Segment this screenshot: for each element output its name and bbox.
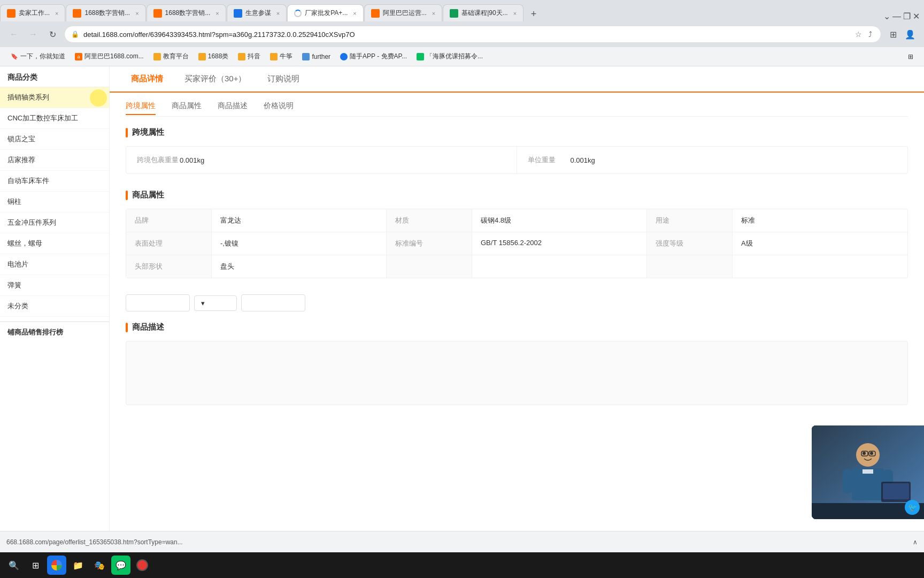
status-bar: 668.1688.com/page/offerlist_165365038.ht… xyxy=(0,531,924,552)
minimize-button[interactable]: — xyxy=(892,12,901,21)
sidebar-item-6[interactable]: 五金冲压件系列 xyxy=(0,212,109,233)
browser-tab-6[interactable]: 阿里巴巴运营... × xyxy=(364,4,442,21)
browser-tab-2[interactable]: 1688数字营销... × xyxy=(66,4,145,21)
svg-rect-5 xyxy=(843,469,852,493)
sidebar-item-0[interactable]: 插销轴类系列 xyxy=(0,87,109,108)
sub-tab-crossborder[interactable]: 跨境属性 xyxy=(126,101,156,115)
bookmark-label-8: 「海豚优课招募令... xyxy=(426,52,483,61)
sub-tab-price-info[interactable]: 价格说明 xyxy=(264,101,294,115)
sidebar-item-4[interactable]: 自动车床车件 xyxy=(0,171,109,192)
product-desc-title: 商品描述 xyxy=(126,322,908,332)
product-attrs-box: 品牌 富龙达 材质 碳钢4.8级 用途 标准 表面处理 -,镀镍 标准编号 xyxy=(126,209,908,278)
tab-close-5[interactable]: × xyxy=(353,10,356,17)
attr-value-02: 标准 xyxy=(733,209,907,232)
attr-value-10: -,镀镍 xyxy=(212,232,387,255)
tab-label-7: 基础课程|90天... xyxy=(461,9,507,18)
taskbar-files-icon[interactable]: 📁 xyxy=(68,556,88,575)
taskbar-wechat-icon[interactable]: 💬 xyxy=(111,556,130,575)
chevron-up-icon[interactable]: ∧ xyxy=(913,538,918,546)
sidebar-item-3[interactable]: 店家推荐 xyxy=(0,150,109,171)
dropdown-icon: ▾ xyxy=(201,299,205,307)
bookmark-1[interactable]: a 阿里巴巴1688.com... xyxy=(71,50,148,63)
tab-favicon-2 xyxy=(73,9,81,18)
product-attrs-title: 商品属性 xyxy=(126,190,908,200)
forward-button[interactable]: → xyxy=(26,27,41,42)
tab-close-7[interactable]: × xyxy=(513,10,517,17)
bookmark-0[interactable]: 🔖 一下，你就知道 xyxy=(6,50,70,63)
attr-label-20: 头部形状 xyxy=(126,255,212,278)
sub-tab-product-attrs[interactable]: 商品属性 xyxy=(172,101,202,115)
browser-actions: ⊞ 👤 xyxy=(886,27,918,42)
share-button[interactable]: ⤴ xyxy=(866,29,874,40)
tab-close-3[interactable]: × xyxy=(215,10,219,17)
status-url: 668.1688.com/page/offerlist_165365038.ht… xyxy=(6,538,913,546)
tab-product-detail[interactable]: 商品详情 xyxy=(120,66,174,92)
tab-favicon-4 xyxy=(234,9,242,18)
sidebar-item-2[interactable]: 锁店之宝 xyxy=(0,129,109,150)
taskbar-app1-icon[interactable]: 🎭 xyxy=(90,556,109,575)
back-button[interactable]: ← xyxy=(6,27,21,42)
attr-label-02: 用途 xyxy=(647,209,733,232)
security-icon: 🔒 xyxy=(71,31,79,38)
tab-close-4[interactable]: × xyxy=(276,10,280,17)
browser-tab-7[interactable]: 基础课程|90天... × xyxy=(443,4,523,21)
attr-value-20: 盘头 xyxy=(212,255,387,278)
status-right: ∧ xyxy=(913,538,918,546)
url-bar[interactable]: 🔒 detail.1688.com/offer/639643393453.htm… xyxy=(64,26,881,43)
tab-close-6[interactable]: × xyxy=(432,10,435,17)
video-widget: 🐦 xyxy=(812,425,924,519)
new-tab-button[interactable]: + xyxy=(526,6,541,21)
bookmark-2[interactable]: 教育平台 xyxy=(149,50,193,63)
bookmark-more-button[interactable]: ⊞ xyxy=(904,51,918,63)
close-window-button[interactable]: ✕ xyxy=(913,11,920,21)
taskbar-grid-icon[interactable]: ⊞ xyxy=(26,556,45,575)
bookmark-4[interactable]: 抖音 xyxy=(234,50,265,63)
taskbar-search-icon[interactable]: 🔍 xyxy=(4,556,24,575)
bookmark-label-1: 阿里巴巴1688.com... xyxy=(84,52,144,61)
tab-label-3: 1688数字营销... xyxy=(165,9,211,18)
tab-close-2[interactable]: × xyxy=(135,10,138,17)
tab-order-info[interactable]: 订购说明 xyxy=(257,66,310,92)
attr-value-21 xyxy=(472,255,647,278)
taskbar-browser-icon[interactable] xyxy=(47,556,66,575)
tab-buyer-reviews[interactable]: 买家评价（30+） xyxy=(174,66,257,92)
bookmark-7[interactable]: 随手APP - 免费AP... xyxy=(336,50,411,63)
bookmark-label-4: 抖音 xyxy=(248,52,260,61)
sidebar-item-7[interactable]: 螺丝，螺母 xyxy=(0,233,109,254)
content-body: 跨境属性 商品属性 商品描述 价格说明 跨境属 xyxy=(110,93,924,430)
attr-value-00: 富龙达 xyxy=(212,209,387,232)
taskbar-record-icon[interactable] xyxy=(133,556,152,575)
crossborder-item-1: 单位重量 0.001kg xyxy=(517,147,908,173)
tab-favicon-7 xyxy=(450,9,458,18)
bookmark-star-button[interactable]: ☆ xyxy=(853,29,864,40)
bookmarks-bar: 🔖 一下，你就知道 a 阿里巴巴1688.com... 教育平台 1688类 抖… xyxy=(0,47,924,66)
crossborder-value-1: 0.001kg xyxy=(571,156,595,164)
extensions-button[interactable]: ⊞ xyxy=(886,27,900,42)
bookmark-8[interactable]: 「海豚优课招募令... xyxy=(412,50,487,63)
sidebar-item-5[interactable]: 铜柱 xyxy=(0,192,109,212)
crossborder-section: 跨境属性 跨境包裹重量 0.001kg 单位重量 0.001kg xyxy=(126,127,908,174)
bookmark-icon-5 xyxy=(270,53,278,60)
browser-tab-4[interactable]: 生意参谋 × xyxy=(227,4,287,21)
browser-tab-1[interactable]: 卖家工作... × xyxy=(0,4,65,21)
bookmark-5[interactable]: 牛筝 xyxy=(266,50,297,63)
tab-close-1[interactable]: × xyxy=(55,10,58,17)
bookmark-3[interactable]: 1688类 xyxy=(194,50,233,63)
sidebar-item-1[interactable]: CNC加工数控车床加工 xyxy=(0,108,109,129)
tab-list-button[interactable]: ⌄ xyxy=(883,11,890,21)
browser-tab-3[interactable]: 1688数字营销... × xyxy=(147,4,226,21)
dropdown-box[interactable]: ▾ xyxy=(194,295,237,311)
bookmark-6[interactable]: further xyxy=(298,51,335,63)
sidebar-item-10[interactable]: 未分类 xyxy=(0,296,109,317)
crossborder-box: 跨境包裹重量 0.001kg 单位重量 0.001kg xyxy=(126,146,908,174)
browser-tab-5[interactable]: 厂家批发PA+... × xyxy=(287,4,364,21)
sub-tab-product-desc[interactable]: 商品描述 xyxy=(218,101,248,115)
dropdown-left xyxy=(126,294,190,311)
sidebar-item-9[interactable]: 弹簧 xyxy=(0,275,109,296)
attr-label-21 xyxy=(387,255,472,278)
profile-button[interactable]: 👤 xyxy=(903,27,918,42)
sidebar-item-8[interactable]: 电池片 xyxy=(0,254,109,275)
attr-value-12: A级 xyxy=(733,232,907,255)
restore-button[interactable]: ❐ xyxy=(903,11,911,21)
reload-button[interactable]: ↻ xyxy=(45,27,60,42)
